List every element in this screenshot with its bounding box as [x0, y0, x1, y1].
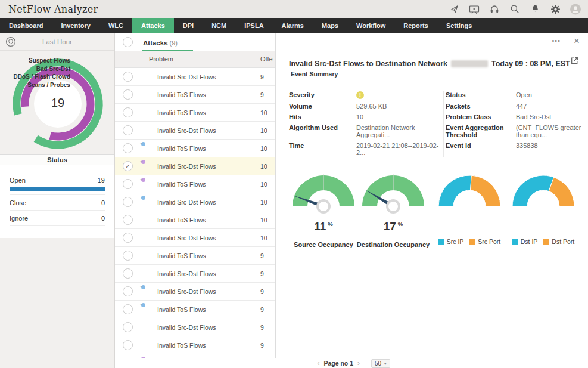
external-link-icon[interactable] [570, 56, 579, 67]
destination-split-donut: Dst IP Dst Port [496, 172, 588, 245]
attack-row[interactable]: Invalid Src-Dst Flows 10 [115, 122, 275, 140]
redacted-network-name [451, 60, 488, 67]
attacks-tab[interactable]: Attacks(9) [142, 33, 193, 51]
event-summary-fields: Severity Status Open Volume 529.65 KB Pa… [289, 89, 578, 158]
row-checkbox[interactable] [123, 233, 133, 243]
more-menu-icon[interactable]: ••• [552, 37, 561, 44]
row-checkbox[interactable] [123, 143, 133, 153]
row-checkbox[interactable] [123, 107, 133, 117]
attack-donut-chart: Suspect Flows Bad Src-Dst DDoS / Flash C… [0, 51, 114, 154]
problem-label: Invalid ToS Flows [157, 91, 206, 98]
problem-label: Invalid ToS Flows [157, 217, 206, 224]
nav-tab[interactable]: Dashboard [0, 18, 52, 33]
sidebar: Last Hour Suspect Flows Bad Src-Dst DDoS… [0, 33, 115, 368]
attack-row[interactable]: Invalid ToS Flows 10 [115, 175, 275, 193]
close-icon[interactable]: × [574, 35, 580, 47]
search-icon[interactable] [509, 4, 520, 14]
event-id-value: 335838 [516, 140, 588, 158]
flow-type-icon [139, 144, 150, 153]
problem-label: Invalid Src-Dst Flows [157, 288, 216, 295]
prev-page-icon[interactable]: ‹ [317, 359, 319, 368]
main-nav: Dashboard Inventory WLC Attacks DPI NCM … [0, 18, 588, 33]
row-checkbox[interactable] [123, 268, 133, 279]
row-checkbox[interactable] [123, 72, 133, 82]
attack-row[interactable]: Invalid Src-Dst Flows 9 [115, 265, 275, 283]
page-size-select[interactable]: 50 ▾ [371, 359, 390, 368]
attack-row[interactable]: Invalid Src-Dst Flows 9 [115, 318, 275, 336]
attack-row[interactable]: Invalid ToS Flows 10 [115, 104, 275, 122]
attack-row[interactable]: Invalid Src-Dst Flows 10 [115, 229, 275, 247]
nav-tab[interactable]: Workflow [347, 18, 394, 33]
donut-legend-item: Bad Src-Dst [0, 65, 70, 73]
row-checkbox[interactable] [123, 215, 133, 225]
attack-row[interactable]: Invalid ToS Flows 9 [115, 247, 275, 265]
legend-item: Dst Port [543, 238, 574, 245]
gear-icon[interactable] [550, 4, 561, 14]
next-page-icon[interactable]: › [357, 359, 360, 368]
row-checkbox[interactable] [123, 179, 133, 189]
status-row[interactable]: Open 19 [10, 172, 105, 195]
field-label: Hits [289, 112, 356, 122]
sidebar-panel-title: Last Hour [0, 38, 114, 45]
nav-tab[interactable]: Alarms [273, 18, 313, 33]
row-checkbox[interactable] [123, 322, 133, 332]
attack-row[interactable]: Invalid Src-Dst Flows 9 [115, 68, 275, 86]
donut-legend: Suspect Flows Bad Src-Dst DDoS / Flash C… [0, 57, 70, 89]
row-checkbox[interactable] [123, 89, 133, 100]
nav-tab[interactable]: Maps [313, 18, 347, 33]
flow-type-icon [139, 287, 150, 296]
row-checkbox[interactable] [123, 304, 133, 314]
problem-label: Invalid ToS Flows [157, 306, 206, 313]
field-label: Event Aggregation Threshold [446, 122, 516, 140]
event-title: Invalid Src-Dst Flows to Destination Net… [289, 60, 570, 68]
attack-row[interactable]: Invalid ToS Flows 9 [115, 301, 275, 318]
attack-row[interactable]: Invalid Src-Dst Flows 10 [115, 193, 275, 211]
row-checkbox[interactable] [123, 340, 133, 350]
field-label: Packets [446, 101, 516, 112]
row-checkbox[interactable] [123, 197, 133, 207]
row-checkbox[interactable] [123, 161, 133, 171]
packets-value: 447 [516, 101, 588, 112]
nav-tab[interactable]: Inventory [52, 18, 99, 33]
nav-tab[interactable]: Attacks [132, 18, 174, 33]
headset-icon[interactable] [489, 4, 500, 14]
attacks-count: (9) [170, 39, 178, 47]
field-label: Status [446, 89, 516, 101]
attack-row[interactable]: Invalid ToS Flows 9 [115, 86, 275, 104]
status-row[interactable]: Ignore 0 [10, 211, 105, 226]
nav-tab[interactable]: IPSLA [235, 18, 272, 33]
status-row[interactable]: Close 0 [10, 195, 105, 211]
offender-count: 9 [260, 306, 264, 313]
nav-tab[interactable]: NCM [203, 18, 235, 33]
attack-row[interactable]: Invalid ToS Flows 9 [115, 336, 275, 354]
status-label: Open [10, 177, 26, 184]
bell-icon[interactable] [530, 4, 540, 14]
field-label: Problem Class [446, 112, 516, 122]
attack-row[interactable]: Invalid Src-Dst Flows 9 [115, 283, 275, 301]
offender-count: 9 [260, 324, 264, 331]
list-tab-bar: Attacks(9) [115, 33, 275, 51]
user-avatar[interactable] [570, 4, 581, 14]
shield-icon [5, 36, 16, 50]
select-all-checkbox[interactable] [123, 37, 133, 47]
problem-label: Invalid Src-Dst Flows [157, 163, 216, 170]
nav-tab[interactable]: Settings [437, 18, 481, 33]
attack-row[interactable]: Invalid ToS Flows 10 [115, 140, 275, 157]
offender-count: 9 [260, 91, 264, 98]
send-icon[interactable] [449, 4, 459, 14]
row-checkbox[interactable] [123, 251, 133, 261]
nav-tab[interactable]: WLC [99, 18, 132, 33]
row-checkbox[interactable] [123, 286, 133, 296]
row-checkbox[interactable] [123, 125, 133, 135]
attack-row[interactable]: Invalid ToS Flows 10 [115, 211, 275, 229]
donut-center-value: 19 [43, 96, 73, 110]
offender-count: 10 [260, 163, 267, 170]
event-detail-panel: ••• × Invalid Src-Dst Flows to Destinati… [276, 33, 588, 358]
legend-item: Src IP [438, 238, 464, 245]
nav-tab[interactable]: Reports [394, 18, 437, 33]
attack-row[interactable]: Invalid Src-Dst Flows 10 [115, 157, 275, 175]
presentation-icon[interactable] [469, 4, 480, 14]
offender-count: 9 [260, 270, 264, 277]
list-column-header: Problem Offe [115, 51, 275, 68]
nav-tab[interactable]: DPI [174, 18, 203, 33]
